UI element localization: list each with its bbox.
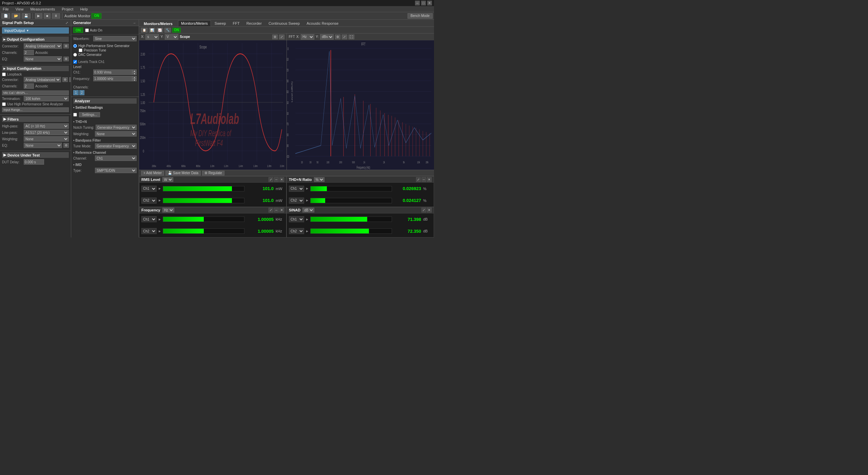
output-eq-config[interactable]: ⚙ [63,57,69,61]
save-meter-data-button[interactable]: 💾 Save Meter Data [165,171,201,175]
termination-select[interactable]: 100 kohm [24,96,69,101]
menu-file[interactable]: File [1,7,10,11]
maximize-button[interactable]: □ [421,1,426,5]
menu-help[interactable]: Help [79,7,89,11]
minimize-button[interactable]: ─ [415,1,420,5]
loopback-checkbox[interactable] [2,73,6,76]
frequency-up[interactable]: ▲ [132,76,137,79]
scope-config-btn[interactable]: ⚙ [272,35,278,39]
frequency-expand[interactable]: ⤢ [269,208,273,212]
auto-on-checkbox[interactable] [85,28,89,32]
fft-y-unit[interactable]: dBrA [320,34,334,40]
sub-btn-1[interactable]: 📋 [141,28,147,33]
low-pass-select[interactable]: AES17 (20 kHz) [24,130,69,135]
ch-2-button[interactable]: 2 [79,90,85,95]
new-button[interactable]: 📄 [1,13,10,19]
rms-level-close[interactable]: ✕ [279,177,284,182]
tab-fft[interactable]: FFT [230,20,242,26]
ch-1-button[interactable]: 1 [73,90,79,95]
weighting-select[interactable]: None [24,136,69,142]
input-range-button[interactable]: Input Range... [2,107,69,112]
scope-x-unit[interactable]: s [145,34,159,40]
stop-button[interactable]: ■ [44,13,51,19]
generator-expand[interactable]: → [132,21,137,25]
fft-fullscreen-btn[interactable]: ⛶ [349,35,354,39]
rms-level-unit-select[interactable]: W [162,177,173,182]
input-channels-input[interactable] [24,83,34,89]
tab-recorder[interactable]: Recorder [243,20,265,26]
input-connector-select[interactable]: Analog Unbalanced [24,77,61,82]
sub-on-button[interactable]: ON [172,28,181,33]
sinad-ch1-select[interactable]: Ch1 [289,216,304,222]
menu-view[interactable]: View [14,7,25,11]
notch-tuning-select[interactable]: Generator Frequency [96,125,137,130]
tab-monitors-meters[interactable]: Monitors/Meters [178,20,211,26]
ch1-level-down[interactable]: ▼ [132,72,137,75]
thd-ratio-unit-select[interactable]: % [314,177,324,182]
sinad-expand[interactable]: ⤢ [421,208,426,212]
frequency-unit-select[interactable]: Hz [162,208,174,212]
io-dropdown[interactable]: Input/Output ▼ [2,27,69,34]
thd-ratio-expand[interactable]: ⤢ [416,177,421,182]
thd-ratio-settings[interactable]: ─ [421,177,426,182]
scope-expand-btn[interactable]: ⤢ [279,35,284,39]
add-meter-button[interactable]: + Add Meter [141,171,164,175]
bench-mode-button[interactable]: Bench Mode [408,13,433,19]
rms-level-expand[interactable]: ⤢ [269,177,273,182]
output-eq-select[interactable]: None [24,56,62,62]
dac-gen-radio[interactable] [73,53,77,57]
tab-sweep[interactable]: Sweep [212,20,229,26]
high-perf-radio[interactable] [73,44,77,48]
tab-acoustic-response[interactable]: Acoustic Response [303,20,341,26]
sub-btn-3[interactable]: 📈 [157,28,163,33]
channel-select[interactable]: Ch1 [95,156,137,161]
imd-type-select[interactable]: SMPTE/DIN [95,168,137,173]
fft-config-btn[interactable]: ⚙ [335,35,340,39]
ch1-level-up[interactable]: ▲ [132,69,137,72]
sinad-settings[interactable]: ✕ [427,208,432,212]
high-pass-select[interactable]: AC (< 10 Hz) [24,123,69,129]
sub-btn-2[interactable]: 📊 [149,28,155,33]
thd-ch1-select[interactable]: Ch1 [289,186,304,192]
output-connector-config[interactable]: ⚙ [63,44,69,48]
precision-tune-checkbox[interactable] [79,48,82,52]
scope-y-unit[interactable]: V [165,34,178,40]
frequency-settings[interactable]: ─ [274,208,279,212]
high-perf-checkbox[interactable] [2,102,6,106]
menu-measurements[interactable]: Measurements [29,7,56,11]
rms-level-settings[interactable]: ─ [274,177,279,182]
mic-cal-button[interactable]: Mic Cal / dBSPL... [2,90,69,95]
fft-expand-btn[interactable]: ⤢ [342,35,347,39]
save-button[interactable]: 💾 [22,13,31,19]
analyzer-weighting-select[interactable]: None [95,131,137,137]
sinad-ch2-select[interactable]: Ch2 [289,228,304,234]
tab-continuous-sweep[interactable]: Continuous Sweep [265,20,303,26]
play-button[interactable]: ▶ [35,13,42,19]
frequency-close[interactable]: ✕ [279,208,284,212]
output-channels-input[interactable] [24,50,34,55]
frequency-input[interactable] [93,76,132,81]
sub-btn-4[interactable]: 🔧 [164,28,171,33]
open-button[interactable]: 📂 [12,13,20,19]
filter-eq-btn[interactable]: ⚙ [63,143,69,148]
audible-on-button[interactable]: ON [92,13,101,19]
close-button[interactable]: ✕ [427,1,432,5]
thd-ch2-select[interactable]: Ch2 [289,198,304,204]
tune-mode-select[interactable]: Generator Frequency [95,143,137,149]
filter-eq-select[interactable]: None [24,143,62,148]
output-connector-select[interactable]: Analog Unbalanced [24,43,62,49]
frequency-down[interactable]: ▼ [132,79,137,81]
thd-ratio-close[interactable]: ✕ [427,177,432,182]
levels-track-checkbox[interactable] [73,60,77,64]
freq-ch2-select[interactable]: Ch2 [141,228,157,234]
input-connector-config1[interactable]: ⚙ [62,77,68,82]
settled-checkbox[interactable] [73,113,77,117]
menu-project[interactable]: Project [60,7,75,11]
pause-button[interactable]: ⏸ [52,13,60,19]
sinad-unit-select[interactable]: dB [302,208,314,212]
generator-on-button[interactable]: ON [73,27,83,33]
fft-x-unit[interactable]: Hz [301,34,314,40]
signal-path-expand[interactable]: ⤢ [65,21,69,25]
settings-button[interactable]: Settings... [79,112,100,117]
regulate-button[interactable]: ⚙ Regulate [202,171,224,175]
